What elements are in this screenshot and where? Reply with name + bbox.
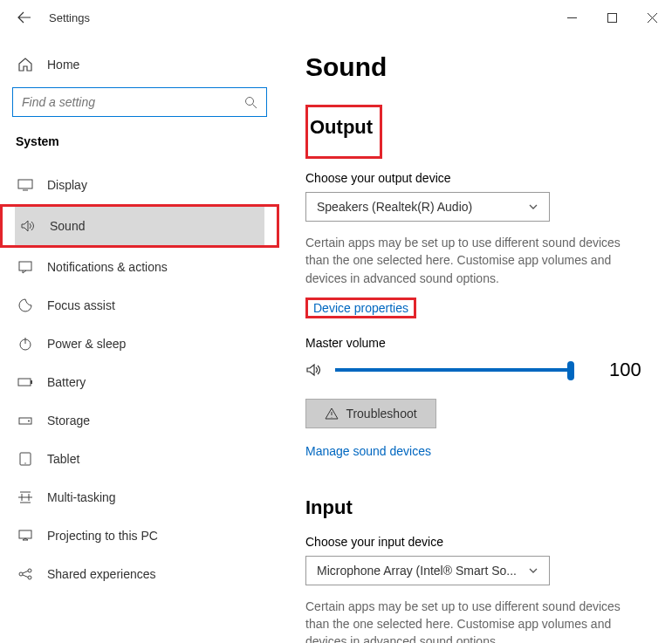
projecting-icon: [17, 528, 33, 544]
sidebar-item-label: Power & sleep: [47, 337, 126, 351]
home-nav[interactable]: Home: [12, 47, 267, 82]
sidebar-item-shared-experiences[interactable]: Shared experiences: [12, 555, 267, 593]
home-icon: [17, 57, 33, 72]
troubleshoot-label: Troubleshoot: [346, 407, 416, 421]
window-title: Settings: [42, 11, 90, 24]
minimize-icon: [567, 13, 577, 23]
shared-icon: [17, 566, 33, 582]
sidebar-item-label: Sound: [50, 219, 85, 233]
output-device-dropdown[interactable]: Speakers (Realtek(R) Audio): [305, 192, 550, 222]
sidebar-item-focus-assist[interactable]: Focus assist: [12, 286, 267, 325]
titlebar: Settings: [0, 0, 672, 35]
sidebar-item-label: Notifications & actions: [47, 260, 168, 274]
power-icon: [17, 336, 33, 352]
sidebar-item-display[interactable]: Display: [12, 166, 267, 204]
svg-rect-5: [18, 379, 31, 386]
svg-point-10: [24, 462, 25, 463]
warning-icon: [325, 407, 339, 421]
chevron-down-icon: [528, 565, 538, 576]
sound-icon: [20, 218, 36, 234]
storage-icon: [17, 413, 33, 428]
svg-rect-2: [18, 180, 32, 188]
svg-point-13: [28, 569, 31, 572]
battery-icon: [17, 374, 33, 390]
input-device-label: Choose your input device: [305, 535, 646, 549]
speaker-icon[interactable]: [305, 361, 323, 379]
troubleshoot-button[interactable]: Troubleshoot: [305, 399, 436, 428]
input-hint-text: Certain apps may be set up to use differ…: [305, 598, 646, 643]
maximize-icon: [607, 13, 617, 23]
notifications-icon: [17, 259, 33, 275]
close-icon: [648, 13, 657, 23]
sidebar-item-label: Focus assist: [47, 298, 115, 312]
input-heading: Input: [305, 496, 353, 519]
svg-rect-6: [31, 380, 32, 384]
sidebar-item-label: Projecting to this PC: [47, 529, 158, 543]
content-pane: Sound Output Choose your output device S…: [279, 35, 672, 643]
back-button[interactable]: [7, 0, 42, 35]
svg-point-14: [28, 576, 31, 579]
sidebar-item-label: Battery: [47, 375, 86, 389]
search-field[interactable]: [22, 95, 244, 109]
close-button[interactable]: [632, 3, 672, 31]
sidebar-item-sound[interactable]: Sound: [15, 207, 264, 245]
arrow-left-icon: [17, 10, 31, 24]
search-icon: [244, 96, 257, 109]
input-device-dropdown[interactable]: Microphone Array (Intel® Smart So...: [305, 556, 550, 585]
sidebar-item-multitasking[interactable]: Multi-tasking: [12, 478, 267, 516]
master-volume-label: Master volume: [305, 336, 646, 350]
sidebar-item-power-sleep[interactable]: Power & sleep: [12, 325, 267, 363]
svg-rect-11: [19, 530, 31, 538]
volume-slider-thumb[interactable]: [567, 361, 574, 380]
svg-rect-0: [607, 13, 616, 22]
sidebar-item-label: Display: [47, 178, 87, 192]
section-heading: System: [16, 134, 267, 148]
multitasking-icon: [17, 489, 33, 505]
output-device-properties-link[interactable]: Device properties: [313, 301, 408, 315]
display-icon: [17, 177, 33, 193]
minimize-button[interactable]: [552, 3, 592, 31]
sidebar: Home System Display Sound: [0, 35, 279, 643]
sidebar-item-label: Tablet: [47, 452, 79, 466]
manage-sound-devices-link[interactable]: Manage sound devices: [305, 444, 646, 458]
volume-slider[interactable]: [335, 368, 571, 372]
sidebar-item-label: Shared experiences: [47, 567, 156, 581]
sidebar-item-storage[interactable]: Storage: [12, 401, 267, 440]
output-hint-text: Certain apps may be set up to use differ…: [305, 234, 646, 287]
search-input[interactable]: [12, 87, 267, 117]
svg-point-1: [246, 97, 254, 105]
chevron-down-icon: [528, 202, 538, 212]
sidebar-item-notifications[interactable]: Notifications & actions: [12, 248, 267, 286]
sidebar-item-label: Multi-tasking: [47, 490, 116, 504]
output-device-selected: Speakers (Realtek(R) Audio): [317, 200, 472, 214]
maximize-button[interactable]: [592, 3, 632, 31]
svg-point-8: [28, 421, 30, 422]
volume-value: 100: [609, 359, 641, 381]
home-label: Home: [47, 58, 79, 72]
sidebar-item-tablet[interactable]: Tablet: [12, 440, 267, 478]
tablet-icon: [17, 451, 33, 467]
sidebar-item-battery[interactable]: Battery: [12, 363, 267, 401]
page-title: Sound: [305, 52, 646, 82]
output-heading: Output: [310, 116, 373, 139]
sidebar-item-label: Storage: [47, 414, 90, 428]
sidebar-item-projecting[interactable]: Projecting to this PC: [12, 516, 267, 555]
svg-point-12: [19, 572, 23, 576]
input-device-selected: Microphone Array (Intel® Smart So...: [317, 564, 517, 578]
svg-rect-3: [19, 262, 31, 270]
focus-assist-icon: [17, 298, 33, 313]
output-device-label: Choose your output device: [305, 171, 646, 185]
